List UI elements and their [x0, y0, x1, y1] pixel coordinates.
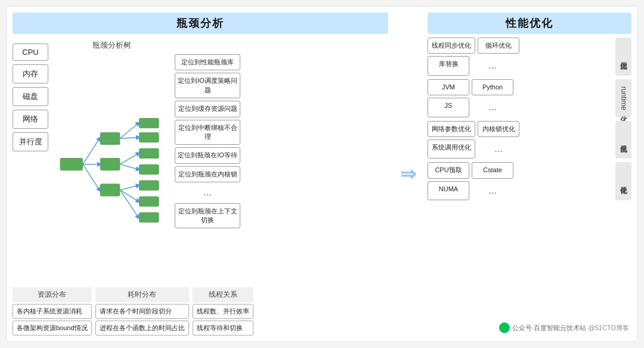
svg-line-18: [120, 164, 138, 170]
category-items: 线程数、并行效率线程等待和切换: [193, 304, 253, 335]
opt-row: 库替换...: [428, 56, 613, 75]
opt-row: CPU预取Cstate: [428, 162, 613, 178]
svg-rect-0: [60, 158, 83, 170]
opt-group-label: 应用优化: [615, 38, 631, 76]
opt-group-label: 系统优化: [615, 121, 631, 159]
category-block: 耗时分布请求在各个时间阶段切分进程在各个函数上的时间占比: [95, 287, 189, 335]
opt-box: JS: [428, 98, 469, 117]
left-panel: 瓶颈分析 CPU内存磁盘网络并行度 瓶颈分析树: [13, 13, 388, 335]
opt-box: ...: [478, 139, 519, 159]
category-label: 资源分布: [13, 287, 92, 302]
opt-box: NUMA: [428, 181, 469, 200]
opt-box: 系统调用优化: [428, 139, 475, 159]
locate-box: 定位到IO调度策略问题: [175, 73, 240, 98]
opt-groups-container: 线程同步优化循环优化库替换...应用优化JVMPythonJS...runtim…: [428, 38, 631, 335]
left-content: CPU内存磁盘网络并行度 瓶颈分析树: [13, 38, 388, 281]
opt-group-label: runtime优化: [615, 79, 631, 117]
svg-line-19: [120, 185, 138, 190]
direction-arrow: ⇒: [400, 163, 416, 185]
opt-box: Python: [472, 79, 513, 95]
category-item: 线程数、并行效率: [193, 304, 253, 319]
opt-group: 线程同步优化循环优化库替换...应用优化: [428, 38, 631, 76]
locate-box: 定位到中断绑核不合理: [175, 120, 240, 145]
right-panel-title: 性能优化: [428, 13, 631, 34]
category-item: 进程在各个函数上的时间占比: [95, 321, 189, 335]
resource-box: 网络: [13, 110, 48, 129]
svg-rect-2: [100, 158, 120, 170]
svg-rect-3: [100, 184, 120, 196]
locate-box: 定位到缓存资源问题: [175, 101, 240, 117]
main-container: 瓶颈分析 CPU内存磁盘网络并行度 瓶颈分析树: [6, 6, 638, 342]
locate-column: 定位到性能瓶颈库定位到IO调度策略问题定位到缓存资源问题定位到中断绑核不合理定位…: [175, 38, 240, 281]
category-block: 线程关系线程数、并行效率线程等待和切换: [193, 287, 253, 335]
footer-wechat-label: 公众号·百度智能云技术站: [512, 324, 586, 333]
resource-box: 磁盘: [13, 87, 48, 106]
wechat-icon: [499, 322, 510, 333]
tree-area: 瓶颈分析树: [52, 38, 171, 281]
opt-boxes: JVMPythonJS...: [428, 79, 613, 117]
right-panel: 性能优化 线程同步优化循环优化库替换...应用优化JVMPythonJS...r…: [428, 13, 631, 335]
opt-box: ...: [472, 181, 513, 200]
opt-group: JVMPythonJS...runtime优化: [428, 79, 631, 117]
opt-box: ...: [472, 98, 513, 117]
resource-box: 内存: [13, 64, 48, 83]
svg-line-21: [120, 190, 138, 218]
svg-rect-6: [139, 148, 159, 159]
opt-box: 库替换: [428, 56, 469, 75]
category-block: 资源分布各内核子系统资源消耗各微架构资源bound情况: [13, 287, 92, 335]
opt-box: 网络参数优化: [428, 121, 475, 137]
opt-box: JVM: [428, 79, 469, 95]
opt-box: 线程同步优化: [428, 38, 475, 54]
footer-blog-label: @51CTO博客: [589, 324, 629, 333]
opt-group-label: 硬件优化: [615, 162, 631, 200]
category-label: 线程关系: [193, 287, 253, 302]
svg-rect-4: [139, 118, 159, 128]
category-items: 请求在各个时间阶段切分进程在各个函数上的时间占比: [95, 304, 189, 335]
opt-group: 网络参数优化内核锁优化系统调用优化...系统优化: [428, 121, 631, 159]
svg-line-16: [120, 138, 138, 139]
opt-row: NUMA...: [428, 181, 613, 200]
opt-row: 系统调用优化...: [428, 139, 613, 159]
svg-rect-1: [100, 132, 120, 145]
svg-line-17: [120, 153, 138, 164]
svg-rect-10: [139, 212, 159, 222]
category-item: 各微架构资源bound情况: [13, 321, 92, 335]
resource-box: CPU: [13, 44, 48, 61]
locate-box: 定位到瓶颈在上下文切换: [175, 203, 240, 229]
tree-svg: [54, 54, 169, 279]
svg-rect-7: [139, 164, 159, 175]
opt-row: JVMPython: [428, 79, 613, 95]
opt-boxes: 网络参数优化内核锁优化系统调用优化...: [428, 121, 613, 159]
category-items: 各内核子系统资源消耗各微架构资源bound情况: [13, 304, 92, 335]
category-label: 耗时分布: [95, 287, 189, 302]
locate-box: 定位到瓶颈在内核锁: [175, 166, 240, 182]
opt-boxes: CPU预取CstateNUMA...: [428, 162, 613, 200]
opt-box: CPU预取: [428, 162, 469, 178]
arrow-container: ⇒: [393, 13, 423, 335]
svg-rect-8: [139, 181, 159, 191]
locate-box: 定位到瓶颈在IO等待: [175, 147, 240, 163]
svg-line-14: [83, 164, 100, 190]
tree-label: 瓶颈分析树: [92, 40, 131, 51]
opt-row: 线程同步优化循环优化: [428, 38, 613, 54]
opt-box: 内核锁优化: [478, 121, 519, 137]
category-item: 线程等待和切换: [193, 321, 253, 335]
opt-group: CPU预取CstateNUMA...硬件优化: [428, 162, 631, 200]
left-bottom: 资源分布各内核子系统资源消耗各微架构资源bound情况耗时分布请求在各个时间阶段…: [13, 287, 388, 335]
category-item: 各内核子系统资源消耗: [13, 304, 92, 319]
opt-row: 网络参数优化内核锁优化: [428, 121, 613, 137]
svg-line-15: [120, 123, 138, 139]
svg-line-12: [83, 138, 100, 164]
svg-rect-9: [139, 196, 159, 206]
svg-line-20: [120, 190, 138, 201]
opt-boxes: 线程同步优化循环优化库替换...: [428, 38, 613, 76]
footer: 公众号·百度智能云技术站 @51CTO博客: [499, 322, 630, 333]
opt-box: ...: [472, 56, 513, 75]
resource-box: 并行度: [13, 132, 48, 151]
locate-box: ...: [175, 185, 240, 200]
opt-box: Cstate: [472, 162, 513, 178]
svg-rect-5: [139, 132, 159, 142]
category-item: 请求在各个时间阶段切分: [95, 304, 189, 319]
resource-column: CPU内存磁盘网络并行度: [13, 38, 48, 281]
left-panel-title: 瓶颈分析: [13, 13, 388, 34]
